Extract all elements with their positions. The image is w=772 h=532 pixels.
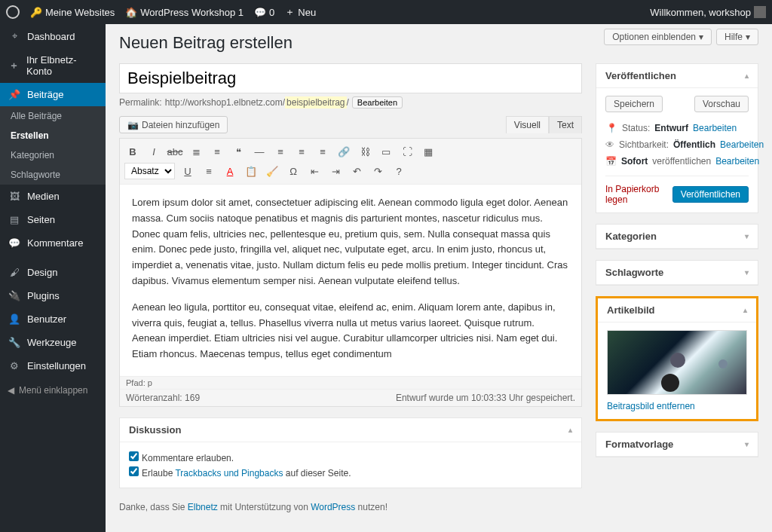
unlink-button[interactable]: ⛓ — [357, 143, 373, 160]
help-icon-button[interactable]: ? — [391, 163, 407, 179]
sub-tags[interactable]: Schlagworte — [0, 165, 106, 185]
new-content-link[interactable]: ＋ Neu — [285, 5, 316, 19]
comments-link[interactable]: 💬 0 — [254, 7, 274, 18]
justify-button[interactable]: ≡ — [201, 163, 217, 179]
allow-trackbacks-checkbox[interactable] — [129, 466, 139, 476]
allow-comments-label[interactable]: Kommentare erlauben. — [129, 453, 234, 463]
undo-button[interactable]: ↶ — [348, 163, 365, 179]
number-list-button[interactable]: ≡ — [209, 143, 225, 160]
screen-options-button[interactable]: Optionen einblenden ▾ — [604, 29, 712, 45]
collapse-menu[interactable]: ◀Menü einklappen — [0, 378, 106, 403]
featured-image-box: Artikelbild▴ Beitragsbild entfernen — [596, 296, 758, 421]
publish-button[interactable]: Veröffentlichen — [672, 186, 749, 203]
sidebar-item-settings[interactable]: ⚙Einstellungen — [0, 354, 106, 378]
sidebar-item-users[interactable]: 👤Benutzer — [0, 307, 106, 331]
chevron-down-icon: ▾ — [745, 440, 749, 448]
media-icon: 🖾 — [8, 191, 21, 202]
main-content: Optionen einblenden ▾ Hilfe ▾ Neuen Beit… — [106, 24, 772, 532]
textcolor-button[interactable]: A — [222, 163, 238, 179]
bullet-list-button[interactable]: ≣ — [188, 143, 204, 160]
sub-all-posts[interactable]: Alle Beiträge — [0, 106, 106, 126]
elbnetz-link[interactable]: Elbnetz — [188, 502, 218, 512]
categories-handle[interactable]: Kategorien▾ — [596, 225, 758, 249]
outdent-button[interactable]: ⇤ — [306, 163, 323, 179]
trackbacks-link[interactable]: Trackbacks und Pingbacks — [175, 468, 283, 478]
sub-create-post[interactable]: Erstellen — [0, 126, 106, 145]
caret-down-icon: ▾ — [699, 32, 703, 42]
sidebar-item-posts[interactable]: 📌Beiträge — [0, 83, 106, 106]
tab-visual[interactable]: Visuell — [506, 116, 549, 133]
user-icon: 👤 — [8, 313, 21, 325]
permalink-url: http://workshop1.elbnetz.com/beispielbei… — [165, 97, 349, 108]
plug-icon: 🔌 — [8, 290, 21, 301]
blockquote-button[interactable]: ❝ — [230, 143, 247, 160]
link-button[interactable]: 🔗 — [335, 143, 352, 160]
tags-handle[interactable]: Schlagworte▾ — [596, 261, 758, 285]
edit-permalink-button[interactable]: Bearbeiten — [352, 96, 403, 109]
publish-handle[interactable]: Veröffentlichen▴ — [596, 64, 758, 88]
help-button[interactable]: Hilfe ▾ — [716, 29, 758, 45]
format-handle[interactable]: Formatvorlage▾ — [596, 433, 758, 457]
tab-text[interactable]: Text — [549, 116, 582, 133]
edit-visibility-link[interactable]: Bearbeiten — [720, 139, 764, 150]
footer-thanks: Danke, dass Sie Elbnetz mit Unterstützun… — [119, 499, 582, 518]
editor-content[interactable]: Lorem ipsum dolor sit amet, consectetuer… — [120, 185, 581, 376]
wrench-icon: 🔧 — [8, 337, 21, 348]
italic-button[interactable]: I — [146, 143, 162, 160]
my-sites-link[interactable]: 🔑 Meine Websites — [30, 7, 115, 18]
preview-button[interactable]: Vorschau — [694, 96, 749, 112]
indent-button[interactable]: ⇥ — [327, 163, 344, 179]
chevron-up-icon: ▴ — [743, 306, 747, 314]
edit-schedule-link[interactable]: Bearbeiten — [715, 156, 759, 167]
remove-featured-link[interactable]: Beitragsbild entfernen — [607, 401, 695, 411]
admin-bar: 🔑 Meine Websites 🏠 WordPress Workshop 1 … — [0, 0, 772, 24]
word-count: Wörteranzahl: 169 — [126, 393, 200, 403]
admin-sidebar: ⌖Dashboard ＋Ihr Elbnetz-Konto 📌Beiträge … — [0, 24, 106, 532]
permalink-row: Permalink: http://workshop1.elbnetz.com/… — [119, 96, 582, 109]
sidebar-item-elbnetz[interactable]: ＋Ihr Elbnetz-Konto — [0, 48, 106, 83]
wordpress-link[interactable]: WordPress — [311, 502, 355, 512]
wp-logo[interactable] — [6, 5, 20, 19]
align-left-button[interactable]: ≡ — [272, 143, 289, 160]
site-name-link[interactable]: 🏠 WordPress Workshop 1 — [125, 7, 244, 18]
hr-button[interactable]: ― — [251, 143, 268, 160]
sidebar-item-tools[interactable]: 🔧Werkzeuge — [0, 331, 106, 354]
chevron-up-icon: ▴ — [745, 72, 749, 80]
align-right-button[interactable]: ≡ — [314, 143, 331, 160]
slider-icon: ⚙ — [8, 360, 21, 371]
toolbar-toggle-button[interactable]: ▦ — [420, 143, 437, 160]
sidebar-item-media[interactable]: 🖾Medien — [0, 185, 106, 208]
strike-button[interactable]: abc — [167, 143, 183, 160]
allow-trackbacks-label[interactable]: Erlaube Trackbacks und Pingbacks auf die… — [129, 468, 351, 478]
allow-comments-checkbox[interactable] — [129, 451, 139, 461]
sidebar-item-comments[interactable]: 💬Kommentare — [0, 231, 106, 255]
align-center-button[interactable]: ≡ — [293, 143, 310, 160]
redo-button[interactable]: ↷ — [369, 163, 386, 179]
add-media-button[interactable]: 📷 Dateien hinzufügen — [119, 116, 228, 133]
sidebar-item-dashboard[interactable]: ⌖Dashboard — [0, 24, 106, 48]
special-char-button[interactable]: Ω — [285, 163, 302, 179]
format-select[interactable]: Absatz — [124, 163, 175, 179]
fullscreen-button[interactable]: ⛶ — [399, 143, 415, 160]
sidebar-item-pages[interactable]: ▤Seiten — [0, 208, 106, 231]
sidebar-item-plugins[interactable]: 🔌Plugins — [0, 284, 106, 307]
underline-button[interactable]: U — [179, 163, 196, 179]
media-add-icon: 📷 — [127, 120, 139, 130]
clear-format-button[interactable]: 🧹 — [264, 163, 280, 179]
save-draft-button[interactable]: Speichern — [605, 96, 663, 112]
sub-categories[interactable]: Kategorien — [0, 145, 106, 165]
move-to-trash-link[interactable]: In Papierkorb legen — [605, 184, 672, 205]
bold-button[interactable]: B — [124, 143, 141, 160]
paste-button[interactable]: 📋 — [243, 163, 259, 179]
post-title-input[interactable] — [119, 63, 582, 93]
featured-handle[interactable]: Artikelbild▴ — [598, 298, 756, 323]
sidebar-item-design[interactable]: 🖌Design — [0, 261, 106, 284]
welcome-user[interactable]: Willkommen, workshop — [650, 6, 766, 18]
more-button[interactable]: ▭ — [378, 143, 394, 160]
discussion-handle[interactable]: Diskussion▴ — [120, 418, 581, 442]
edit-status-link[interactable]: Bearbeiten — [693, 123, 737, 133]
dashboard-icon: ⌖ — [8, 30, 21, 42]
featured-image-thumbnail[interactable] — [607, 330, 747, 395]
pin-icon: 📌 — [8, 89, 21, 100]
caret-down-icon: ▾ — [746, 32, 750, 42]
